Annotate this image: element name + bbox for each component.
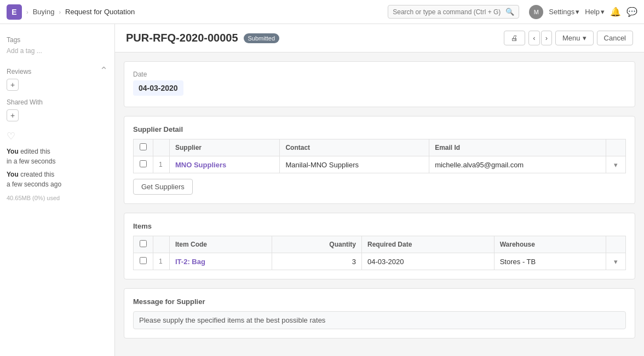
chat-icon[interactable]: 💬 xyxy=(626,7,637,17)
supplier-select-all[interactable] xyxy=(140,143,147,150)
item-row-code[interactable]: IT-2: Bag xyxy=(170,253,272,270)
supplier-num-header xyxy=(153,139,170,156)
quantity-header: Quantity xyxy=(272,236,361,253)
cancel-button[interactable]: Cancel xyxy=(597,31,633,45)
create-time-label: a few seconds ago xyxy=(7,180,61,188)
items-card: Items Item Code Quantity Required Date W… xyxy=(124,213,635,279)
email-col-header: Email Id xyxy=(429,139,606,156)
items-check-header xyxy=(134,236,153,253)
avatar: M xyxy=(529,5,543,19)
reviews-toggle[interactable]: ⌃ xyxy=(100,65,108,77)
main-content: PUR-RFQ-2020-00005 Submitted 🖨 ‹ › Menu … xyxy=(115,24,644,356)
create-you-label: You xyxy=(7,171,19,178)
supplier-row-email: michelle.alva95@gmail.com xyxy=(429,156,606,173)
supplier-table-header: Supplier Contact Email Id xyxy=(134,139,626,156)
warehouse-header: Warehouse xyxy=(494,236,606,253)
add-review-button[interactable]: + xyxy=(7,79,19,91)
message-card: Message for Supplier Please supply the s… xyxy=(124,288,635,339)
reviews-header: Reviews ⌃ xyxy=(7,62,108,79)
app-logo: E xyxy=(7,4,22,20)
help-button[interactable]: Help ▾ xyxy=(585,8,605,16)
item-row-date: 04-03-2020 xyxy=(362,253,495,270)
page-title-area: PUR-RFQ-2020-00005 Submitted xyxy=(126,32,279,44)
items-table-header: Item Code Quantity Required Date Warehou… xyxy=(134,236,626,253)
supplier-table-body: 1 MNO Suppliers Manilal-MNO Suppliers mi… xyxy=(134,156,626,173)
next-button[interactable]: › xyxy=(541,31,552,45)
reviews-title: Reviews xyxy=(7,68,31,75)
items-title: Items xyxy=(133,222,626,230)
top-nav: E › Buying › Request for Quotation 🔍 M S… xyxy=(0,0,644,24)
supplier-row-dropdown[interactable]: ▾ xyxy=(606,156,626,173)
required-date-header: Required Date xyxy=(362,236,495,253)
heart-icon[interactable]: ♡ xyxy=(7,130,108,142)
shared-with-title: Shared With xyxy=(7,98,108,106)
items-num-header xyxy=(153,236,170,253)
status-badge: Submitted xyxy=(244,33,280,43)
table-row: 1 IT-2: Bag 3 04-03-2020 Stores - TB ▾ xyxy=(134,253,626,270)
message-title: Message for Supplier xyxy=(133,297,626,306)
item-row-warehouse: Stores - TB xyxy=(494,253,606,270)
supplier-row-contact: Manilal-MNO Suppliers xyxy=(280,156,429,173)
reviews-section: Reviews ⌃ + xyxy=(7,62,108,91)
create-action-label: created this xyxy=(20,171,54,178)
message-text: Please supply the specified items at the… xyxy=(133,311,626,329)
nav-arrows: ‹ › xyxy=(528,31,552,45)
item-row-dropdown[interactable]: ▾ xyxy=(606,253,626,270)
item-row-num: 1 xyxy=(153,253,170,270)
sidebar: Tags Add a tag ... Reviews ⌃ + Shared Wi… xyxy=(0,24,115,356)
item-row-check xyxy=(134,253,153,270)
items-table-body: 1 IT-2: Bag 3 04-03-2020 Stores - TB ▾ xyxy=(134,253,626,270)
supplier-col-header: Supplier xyxy=(170,139,280,156)
settings-button[interactable]: Settings ▾ xyxy=(549,8,579,16)
edit-time-label: in a few seconds xyxy=(7,157,55,165)
breadcrumb-rfq[interactable]: Request for Quotation xyxy=(65,8,135,16)
supplier-table: Supplier Contact Email Id 1 MNO Supplier… xyxy=(133,139,626,173)
shared-with-section: Shared With + xyxy=(7,98,108,121)
items-select-all[interactable] xyxy=(140,240,147,247)
supplier-detail-card: Supplier Detail Supplier Contact Email I… xyxy=(124,116,635,204)
supplier-header-row: Supplier Contact Email Id xyxy=(134,139,626,156)
search-input[interactable] xyxy=(393,8,502,16)
supplier-row-name[interactable]: MNO Suppliers xyxy=(170,156,280,173)
get-suppliers-button[interactable]: Get Suppliers xyxy=(133,179,193,195)
supplier-row-check xyxy=(134,156,153,173)
breadcrumb-chevron-1: › xyxy=(26,9,28,15)
supplier-check-header xyxy=(134,139,153,156)
content-area: Date 04-03-2020 Supplier Detail Supplier… xyxy=(115,52,644,356)
supplier-action-header xyxy=(606,139,626,156)
add-shared-button[interactable]: + xyxy=(7,109,19,121)
breadcrumb-buying[interactable]: Buying xyxy=(33,8,55,16)
search-icon: 🔍 xyxy=(505,8,514,16)
menu-button[interactable]: Menu ▾ xyxy=(555,31,594,45)
search-bar[interactable]: 🔍 xyxy=(388,5,519,19)
supplier-row-checkbox[interactable] xyxy=(140,160,147,167)
header-actions: 🖨 ‹ › Menu ▾ Cancel xyxy=(504,31,633,45)
item-row-qty: 3 xyxy=(272,253,361,270)
storage-info: 40.65MB (0%) used xyxy=(7,195,108,201)
prev-button[interactable]: ‹ xyxy=(528,31,539,45)
date-label: Date xyxy=(133,71,626,78)
page-title: PUR-RFQ-2020-00005 xyxy=(126,32,238,44)
supplier-detail-title: Supplier Detail xyxy=(133,125,626,133)
print-button[interactable]: 🖨 xyxy=(504,31,525,45)
contact-col-header: Contact xyxy=(280,139,429,156)
date-section: Date 04-03-2020 xyxy=(133,71,626,96)
item-row-checkbox[interactable] xyxy=(140,257,147,264)
date-value: 04-03-2020 xyxy=(133,80,183,96)
edit-activity: You edited this in a few seconds xyxy=(7,147,108,166)
edit-action-label: edited this xyxy=(20,148,50,155)
breadcrumb-chevron-2: › xyxy=(59,9,61,15)
nav-right-area: M Settings ▾ Help ▾ 🔔 💬 xyxy=(529,5,637,19)
items-action-header xyxy=(606,236,626,253)
add-tag-button[interactable]: Add a tag ... xyxy=(7,47,108,55)
date-card: Date 04-03-2020 xyxy=(124,61,635,107)
notification-icon[interactable]: 🔔 xyxy=(610,7,621,17)
item-code-header: Item Code xyxy=(170,236,272,253)
tags-title: Tags xyxy=(7,36,108,44)
supplier-row-num: 1 xyxy=(153,156,170,173)
create-activity: You created this a few seconds ago xyxy=(7,170,108,189)
page-header: PUR-RFQ-2020-00005 Submitted 🖨 ‹ › Menu … xyxy=(115,24,644,52)
items-table: Item Code Quantity Required Date Warehou… xyxy=(133,236,626,270)
table-row: 1 MNO Suppliers Manilal-MNO Suppliers mi… xyxy=(134,156,626,173)
items-header-row: Item Code Quantity Required Date Warehou… xyxy=(134,236,626,253)
